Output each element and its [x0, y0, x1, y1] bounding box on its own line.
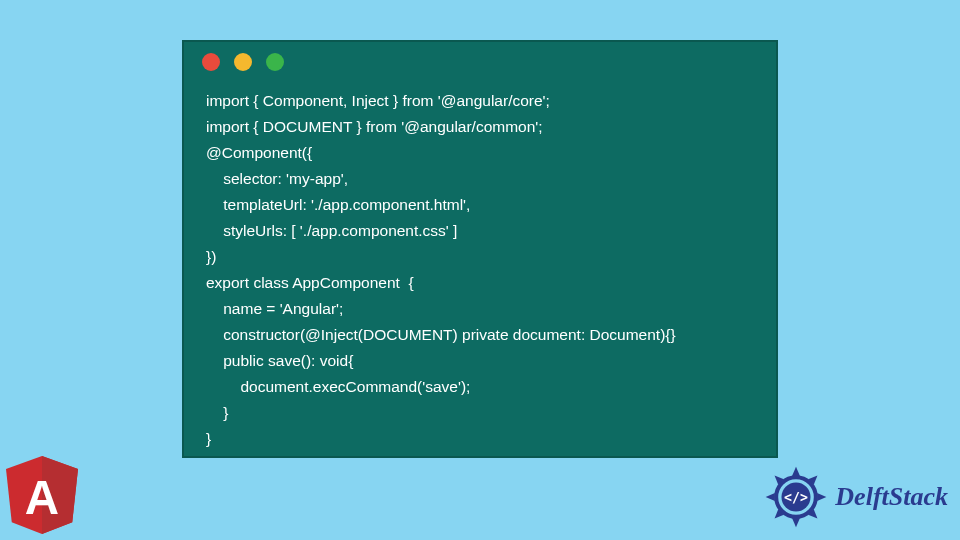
angular-logo-icon: A: [6, 456, 78, 534]
angular-letter: A: [25, 471, 59, 524]
minimize-icon[interactable]: [234, 53, 252, 71]
maximize-icon[interactable]: [266, 53, 284, 71]
delft-glyph: </>: [784, 490, 808, 505]
delftstack-badge-icon: </>: [763, 464, 829, 530]
delftstack-logo: </> DelftStack: [763, 464, 948, 530]
close-icon[interactable]: [202, 53, 220, 71]
window-titlebar: [184, 42, 776, 82]
code-window: import { Component, Inject } from '@angu…: [182, 40, 778, 458]
code-content: import { Component, Inject } from '@angu…: [184, 82, 776, 472]
delftstack-text: DelftStack: [835, 482, 948, 512]
